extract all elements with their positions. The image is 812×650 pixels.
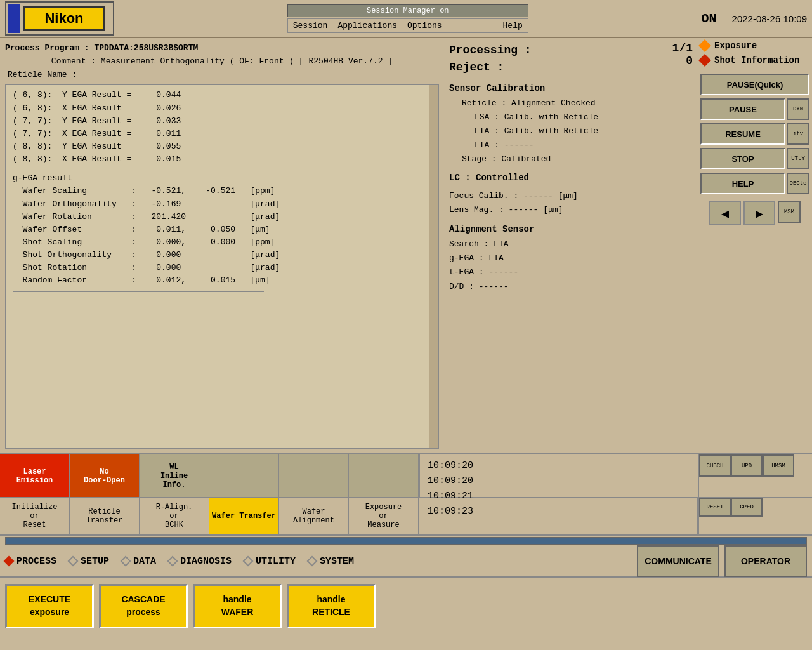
cascade-process-text: CASCADE process <box>121 594 165 618</box>
session-menu-bar: Session Applications Options Help <box>287 18 528 33</box>
menu-session[interactable]: Session <box>293 21 328 30</box>
shot-scaling: Shot Scaling : 0.000, 0.000 [ppm] <box>13 236 431 249</box>
tab-diagnosis-label[interactable]: DIAGNOSIS <box>180 556 232 567</box>
step-reticle[interactable]: Reticle Transfer <box>70 498 140 534</box>
exposure-label[interactable]: Exposure <box>714 41 757 51</box>
reticle-line: Reticle Name : <box>8 69 439 82</box>
tab-process[interactable]: PROCESS <box>5 556 56 567</box>
nav-left-button[interactable]: ◀ <box>709 201 741 225</box>
tab-utility[interactable]: UTILITY <box>244 556 296 567</box>
process-program-line: Process Program : TPDDATA:258USR3B$ORTM <box>5 42 439 55</box>
shot-info-label[interactable]: Shot Information <box>714 55 799 65</box>
help-button[interactable]: HELP <box>700 173 785 194</box>
right-panel: Processing : Reject : 1/1 0 Sensor Calib… <box>444 38 698 453</box>
dyn-icon[interactable]: DYN <box>787 98 809 120</box>
reset-icon[interactable]: RESET <box>699 498 731 517</box>
session-title-bar: Session Manager on <box>287 4 528 17</box>
step-init[interactable]: Initialize or Reset <box>0 498 70 534</box>
tab-system-label[interactable]: SYSTEM <box>320 556 354 567</box>
step-wafer[interactable]: Wafer Transfer <box>209 498 279 534</box>
shot-info-row: Shot Information <box>700 55 809 65</box>
menu-help[interactable]: Help <box>503 21 523 30</box>
sensor-block: Sensor Calibration Reticle : Alignment C… <box>449 81 693 166</box>
comment-line: Comment : Measurement Orthogonality ( OF… <box>5 55 439 69</box>
data-diamond-icon <box>121 556 131 567</box>
ega-line-1: ( 6, 8): Y EGA Result = 0.044 <box>13 89 431 102</box>
cascade-process-button[interactable]: CASCADE process <box>99 584 188 628</box>
chbch-icon[interactable]: CHBCH <box>699 454 731 477</box>
menu-applications[interactable]: Applications <box>337 21 397 30</box>
shot-rot: Shot Rotation : 0.000 [μrad] <box>13 262 431 274</box>
tab-system[interactable]: SYSTEM <box>308 556 354 567</box>
lc-block: LC : Controlled <box>449 173 693 183</box>
ega-line-4: ( 7, 7): X EGA Result = 0.011 <box>13 128 431 140</box>
handle-reticle-text: handle RETICLE <box>312 594 350 618</box>
data-scrollbar[interactable] <box>429 85 438 448</box>
process-info: Process Program : TPDDATA:258USR3B$ORTM … <box>5 42 439 81</box>
communicate-button[interactable]: COMMUNICATE <box>637 545 719 577</box>
status-empty-2 <box>279 454 349 497</box>
itv-icon[interactable]: itv <box>787 123 809 145</box>
tab-utility-label[interactable]: UTILITY <box>256 556 296 567</box>
step-empty <box>419 498 698 534</box>
progress-bar <box>6 538 806 544</box>
handle-wafer-text: handle WAFER <box>221 594 254 618</box>
system-diamond-icon <box>307 556 318 567</box>
nav-tabs: PROCESS SETUP DATA DIAGNOSIS UTILITY SYS… <box>0 546 812 578</box>
bottom-area: Laser Emission No Door-Open WL Inline In… <box>0 453 812 650</box>
tab-setup[interactable]: SETUP <box>69 556 109 567</box>
tab-data[interactable]: DATA <box>122 556 156 567</box>
step-r-align[interactable]: R-Align. or BCHK <box>140 498 209 534</box>
content-area: Process Program : TPDDATA:258USR3B$ORTM … <box>0 38 698 453</box>
exposure-diamond-icon <box>698 39 711 52</box>
step-exposure[interactable]: Exposure or Measure <box>349 498 419 534</box>
execute-exposure-button[interactable]: EXECUTE exposure <box>5 584 94 628</box>
wafer-offset: Wafer Offset : 0.011, 0.050 [μm] <box>13 223 431 236</box>
hmsm-icon[interactable]: HMSM <box>763 454 794 477</box>
processing-text: Processing : Reject : <box>449 42 532 76</box>
data-box: ( 6, 8): Y EGA Result = 0.044 ( 6, 8): X… <box>5 84 439 449</box>
focus-block: Focus Calib. : ------ [μm] Lens Mag. : -… <box>449 189 693 217</box>
process-diamond-icon <box>4 556 15 567</box>
decte-icon[interactable]: DECte <box>787 173 809 194</box>
utly-icon[interactable]: UTLY <box>787 148 809 169</box>
tab-process-label[interactable]: PROCESS <box>16 556 56 567</box>
wafer-rot: Wafer Rotation : 201.420 [μrad] <box>13 211 431 223</box>
left-panel: Process Program : TPDDATA:258USR3B$ORTM … <box>0 38 444 453</box>
nav-right-btns: COMMUNICATE OPERATOR <box>637 545 807 577</box>
ts-2: 10:09:20 <box>428 474 690 489</box>
nav-right-button[interactable]: ▶ <box>743 201 775 225</box>
tab-data-label[interactable]: DATA <box>133 556 156 567</box>
execute-exposure-text: EXECUTE exposure <box>29 594 70 618</box>
pause-button[interactable]: PAUSE <box>700 98 785 120</box>
shot-ortho: Shot Orthogonality : 0.000 [μrad] <box>13 249 431 262</box>
wl-inline-status: WL Inline Info. <box>140 454 209 497</box>
ega-line-6: ( 8, 8): X EGA Result = 0.015 <box>13 153 431 166</box>
laser-emission-status: Laser Emission <box>0 454 70 497</box>
diagnosis-diamond-icon <box>167 556 178 567</box>
random-factor: Random Factor : 0.012, 0.015 [μm] <box>13 274 431 287</box>
utility-diamond-icon <box>243 556 254 567</box>
shot-info-diamond-icon <box>698 54 711 67</box>
door-open-status: No Door-Open <box>70 454 140 497</box>
pause-quick-button[interactable]: PAUSE(Quick) <box>700 74 809 95</box>
ega-line-3: ( 7, 7): Y EGA Result = 0.033 <box>13 115 431 128</box>
tab-setup-label[interactable]: SETUP <box>81 556 109 567</box>
status-row: Laser Emission No Door-Open WL Inline In… <box>0 453 812 498</box>
top-bar: Nikon Session Manager on Session Applica… <box>0 0 812 38</box>
alignment-block: Alignment Sensor Search : FIA g-EGA : FI… <box>449 222 693 293</box>
upd-icon[interactable]: UPD <box>731 454 763 477</box>
action-buttons: EXECUTE exposure CASCADE process handle … <box>0 578 812 635</box>
handle-reticle-button[interactable]: handle RETICLE <box>287 584 376 628</box>
menu-options[interactable]: Options <box>407 21 442 30</box>
resume-button[interactable]: RESUME <box>700 123 785 145</box>
step-wafer-align[interactable]: Wafer Alignment <box>279 498 349 534</box>
datetime: 2022-08-26 10:09 <box>732 13 807 24</box>
gped-icon[interactable]: GPED <box>731 498 763 517</box>
handle-wafer-button[interactable]: handle WAFER <box>193 584 282 628</box>
operator-button[interactable]: OPERATOR <box>724 545 807 577</box>
stop-button[interactable]: STOP <box>700 148 785 169</box>
tab-diagnosis[interactable]: DIAGNOSIS <box>169 556 232 567</box>
status-empty-3 <box>349 454 419 497</box>
msm-icon[interactable]: MSM <box>778 201 801 223</box>
